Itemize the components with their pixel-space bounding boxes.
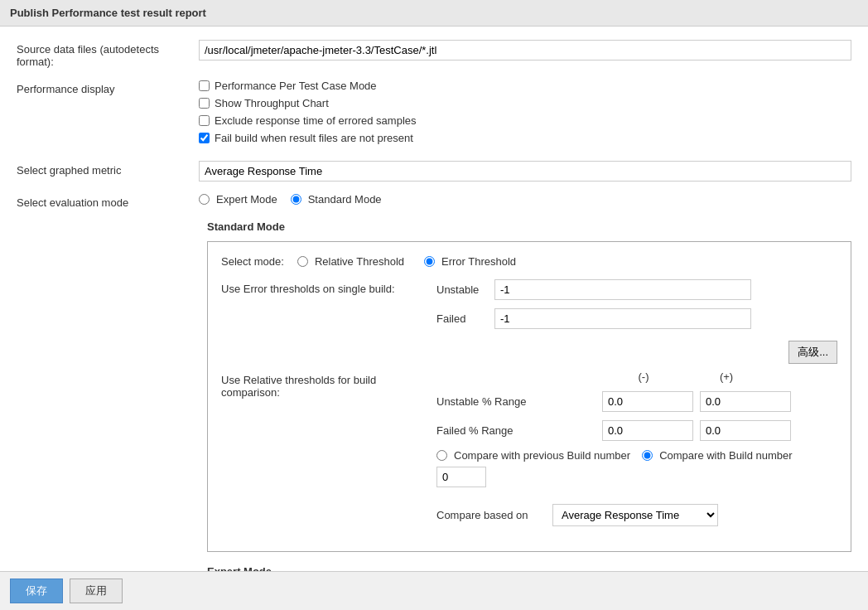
failed-input[interactable] [494, 308, 751, 329]
advanced-button[interactable]: 高级... [788, 341, 837, 364]
radio-error-text: Error Threshold [441, 255, 516, 268]
source-row: Source data files (autodetects format): [17, 40, 851, 68]
error-thresholds-label: Use Error thresholds on single build: [221, 279, 436, 295]
unstable-range-row: Unstable % Range [436, 391, 837, 412]
eval-mode-label: Select evaluation mode [17, 193, 199, 209]
failed-label: Failed [436, 312, 486, 325]
range-headers: (-) (+) [436, 370, 837, 383]
metric-input[interactable] [199, 161, 851, 182]
page: Publish Performance test result report S… [0, 0, 868, 610]
relative-thresholds-content: (-) (+) Unstable % Range Failed % Range [436, 370, 837, 526]
radio-build-num[interactable] [642, 450, 653, 461]
radio-error-label[interactable]: Error Threshold [424, 255, 516, 268]
checkbox-fail-build[interactable] [199, 133, 210, 143]
checkbox-label-2: Exclude response time of errored samples [215, 114, 417, 127]
page-header: Publish Performance test result report [0, 0, 868, 27]
radio-standard-label[interactable]: Standard Mode [291, 193, 382, 206]
neg-header: (-) [602, 370, 685, 383]
failed-range-row: Failed % Range [436, 420, 837, 441]
performance-display-content: Performance Per Test Case Mode Show Thro… [199, 80, 851, 149]
metric-row: Select graphed metric [17, 161, 851, 182]
failed-range-label: Failed % Range [436, 424, 602, 437]
checkbox-label-1: Show Throughput Chart [215, 97, 329, 109]
checkbox-row-2: Exclude response time of errored samples [199, 114, 851, 127]
performance-display-label: Performance display [17, 80, 199, 95]
radio-prev-build-label[interactable]: Compare with previous Build number [436, 449, 630, 462]
checkbox-label-3: Fail build when result files are not pre… [215, 132, 413, 144]
eval-mode-content: Expert Mode Standard Mode [199, 193, 851, 206]
radio-relative-text: Relative Threshold [315, 255, 404, 268]
metric-content [199, 161, 851, 182]
radio-prev-build-text: Compare with previous Build number [454, 449, 630, 462]
radio-expert[interactable] [199, 194, 210, 205]
checkbox-row-1: Show Throughput Chart [199, 97, 851, 109]
performance-display-row: Performance display Performance Per Test… [17, 80, 851, 149]
checkbox-per-test-case[interactable] [199, 80, 210, 91]
checkbox-row-3: Fail build when result files are not pre… [199, 132, 851, 144]
source-content [199, 40, 851, 61]
select-mode-row: Select mode: Relative Threshold Error Th… [221, 255, 837, 268]
unstable-pos-input[interactable] [700, 391, 791, 412]
compare-based-select[interactable]: Average Response Time 90th Percentile Mi… [552, 504, 718, 526]
checkbox-row-0: Performance Per Test Case Mode [199, 80, 851, 92]
failed-neg-input[interactable] [602, 420, 693, 441]
form-container: Source data files (autodetects format): … [0, 27, 868, 610]
page-title: Publish Performance test result report [10, 7, 206, 19]
pos-header: (+) [685, 370, 768, 383]
radio-build-num-text: Compare with Build number [659, 449, 792, 462]
footer: 保存 应用 [0, 571, 868, 610]
error-thresholds-row: Use Error thresholds on single build: Un… [221, 279, 837, 329]
standard-mode-title: Standard Mode [207, 220, 851, 233]
error-thresholds-content: Unstable Failed [436, 279, 837, 329]
failed-row: Failed [436, 308, 837, 329]
radio-relative-label[interactable]: Relative Threshold [297, 255, 404, 268]
radio-expert-label[interactable]: Expert Mode [199, 193, 277, 206]
unstable-range-label: Unstable % Range [436, 395, 602, 408]
source-label: Source data files (autodetects format): [17, 40, 199, 68]
metric-label: Select graphed metric [17, 161, 199, 177]
checkbox-exclude-errored[interactable] [199, 115, 210, 126]
radio-expert-text: Expert Mode [216, 193, 277, 206]
unstable-label: Unstable [436, 283, 486, 296]
radio-prev-build[interactable] [436, 450, 447, 461]
relative-section: (-) (+) Unstable % Range Failed % Range [436, 370, 837, 526]
unstable-neg-input[interactable] [602, 391, 693, 412]
radio-error[interactable] [424, 256, 435, 267]
compare-based-label: Compare based on [436, 509, 544, 521]
unstable-row: Unstable [436, 279, 837, 300]
radio-relative[interactable] [297, 256, 308, 267]
checkbox-label-0: Performance Per Test Case Mode [215, 80, 377, 92]
compare-build-input[interactable] [436, 467, 486, 487]
select-mode-label: Select mode: [221, 255, 284, 268]
relative-thresholds-row: Use Relative thresholds for build compar… [221, 370, 837, 526]
eval-mode-row: Select evaluation mode Expert Mode Stand… [17, 193, 851, 209]
advanced-btn-row: 高级... [221, 341, 837, 364]
compare-based-row: Compare based on Average Response Time 9… [436, 504, 837, 526]
apply-button[interactable]: 应用 [70, 579, 123, 603]
threshold-fields: Unstable Failed [436, 279, 837, 329]
checkbox-throughput[interactable] [199, 98, 210, 109]
save-button[interactable]: 保存 [10, 579, 63, 603]
standard-mode-box: Select mode: Relative Threshold Error Th… [207, 241, 851, 552]
radio-build-num-label[interactable]: Compare with Build number [642, 449, 792, 462]
relative-thresholds-label: Use Relative thresholds for build compar… [221, 370, 436, 399]
source-input[interactable] [199, 40, 851, 61]
compare-row: Compare with previous Build number Compa… [436, 449, 837, 487]
unstable-input[interactable] [494, 279, 751, 300]
eval-mode-radio-group: Expert Mode Standard Mode [199, 193, 851, 206]
radio-standard[interactable] [291, 194, 301, 205]
failed-pos-input[interactable] [700, 420, 791, 441]
radio-standard-text: Standard Mode [308, 193, 382, 206]
